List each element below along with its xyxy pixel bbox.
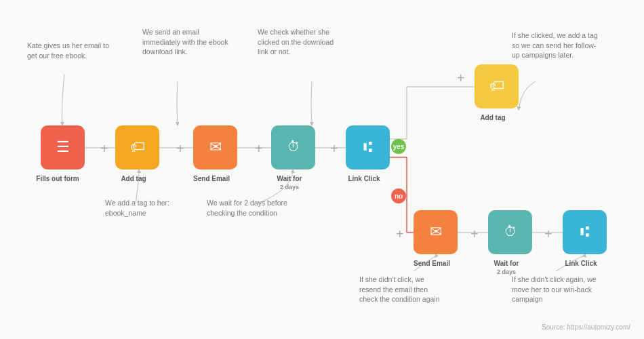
wait-for-2-icon: ⏱: [504, 224, 517, 239]
node-add-tag-1: 🏷: [115, 125, 159, 170]
annotation-4: If she clicked, we add a tag so we can s…: [512, 31, 600, 60]
no-badge: no: [391, 188, 406, 203]
diagram: + + + + + + + + ☰ Fills out form 🏷 Add t…: [0, 0, 644, 339]
node-link-click-1: ⑆: [346, 125, 390, 170]
annotation-5: We add a tag to her: ebook_name: [105, 198, 193, 218]
node-add-tag-2: 🏷: [475, 64, 519, 108]
fills-form-icon: ☰: [56, 138, 70, 156]
add-tag-1-label: Add tag: [106, 175, 161, 183]
source-credit: Source: https://automizy.com/: [542, 323, 630, 331]
node-send-email-2: ✉: [414, 210, 458, 254]
plus-7: +: [470, 226, 479, 242]
yes-badge: yes: [391, 139, 406, 154]
send-email-1-label: Send Email: [184, 175, 239, 183]
plus-5: +: [457, 71, 465, 86]
node-wait-for-2: ⏱: [488, 210, 532, 254]
plus-4: +: [330, 141, 338, 157]
node-fills-form: ☰: [41, 125, 85, 170]
wait-for-1-icon: ⏱: [287, 139, 300, 155]
send-email-1-icon: ✉: [209, 138, 222, 156]
annotation-8: If she didn't click again, we move her t…: [512, 275, 600, 304]
annotation-3: We check whether she clicked on the down…: [258, 27, 346, 57]
add-tag-2-icon: 🏷: [489, 77, 504, 95]
plus-3: +: [255, 141, 263, 157]
fills-form-label: Fills out form: [31, 175, 85, 183]
link-click-1-label: Link Click: [337, 175, 391, 183]
link-click-1-icon: ⑆: [363, 138, 372, 156]
plus-2: +: [176, 141, 184, 157]
wait-for-1-label: Wait for 2 days: [262, 175, 317, 191]
add-tag-2-label: Add tag: [466, 114, 520, 122]
plus-1: +: [100, 141, 108, 157]
node-wait-for-1: ⏱: [271, 125, 315, 170]
link-click-2-icon: ⑆: [580, 223, 589, 241]
node-link-click-2: ⑆: [563, 210, 607, 254]
plus-6: +: [396, 226, 404, 242]
wait-for-2-label: Wait for 2 days: [479, 260, 534, 276]
add-tag-1-icon: 🏷: [130, 138, 145, 156]
plus-8: +: [544, 226, 552, 242]
annotation-2: We send an email immediately with the eb…: [142, 27, 230, 57]
annotation-7: If she didn't click, we resend the email…: [359, 275, 447, 304]
send-email-2-icon: ✉: [430, 223, 442, 241]
node-send-email-1: ✉: [193, 125, 237, 170]
link-click-2-label: Link Click: [554, 260, 608, 268]
annotation-6: We wait for 2 days before checking the c…: [207, 198, 295, 218]
annotation-1: Kate gives us her email to get our free …: [27, 41, 115, 60]
send-email-2-label: Send Email: [405, 260, 459, 268]
